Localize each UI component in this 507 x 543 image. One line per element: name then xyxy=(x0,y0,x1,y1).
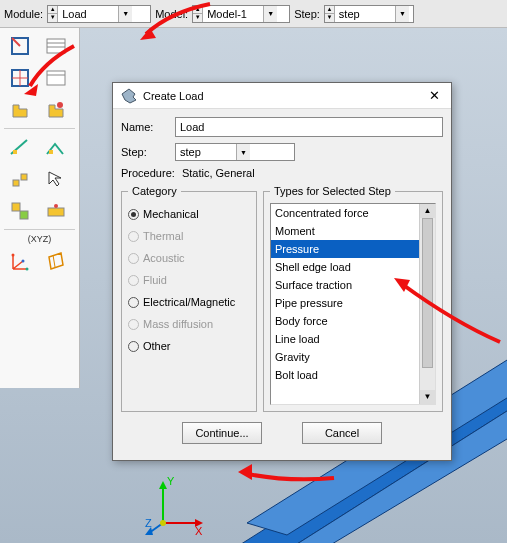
scroll-up-icon[interactable]: ▲ xyxy=(420,204,435,218)
module-combo[interactable]: ▲▼ Load ▼ xyxy=(47,5,151,23)
tool-amplitude-icon[interactable] xyxy=(4,133,36,161)
svg-rect-16 xyxy=(12,203,20,211)
step-label: Step: xyxy=(294,8,320,20)
category-legend: Category xyxy=(128,185,181,197)
cancel-button[interactable]: Cancel xyxy=(302,422,382,444)
tool-load-manager-icon[interactable] xyxy=(40,32,72,60)
separator xyxy=(4,229,75,230)
scroll-thumb[interactable] xyxy=(422,218,433,368)
tool-palette: (XYZ) xyxy=(0,28,80,388)
module-spinner[interactable]: ▲▼ xyxy=(48,6,58,22)
category-fieldset: Category MechanicalThermalAcousticFluidE… xyxy=(121,185,257,412)
dialog-title: Create Load xyxy=(143,90,425,102)
xyz-label: (XYZ) xyxy=(4,234,75,244)
category-radio-massdiffusion: Mass diffusion xyxy=(128,313,250,335)
category-radio-thermal: Thermal xyxy=(128,225,250,247)
dlg-step-dropdown-icon[interactable]: ▼ xyxy=(236,144,250,160)
tool-assembly-icon[interactable] xyxy=(4,197,36,225)
svg-rect-18 xyxy=(48,208,64,216)
types-legend: Types for Selected Step xyxy=(270,185,395,197)
dlg-step-combo[interactable]: step ▼ xyxy=(175,143,295,161)
type-item-bodyforce[interactable]: Body force xyxy=(271,312,419,330)
tool-datum-icon[interactable] xyxy=(4,248,36,276)
type-item-moment[interactable]: Moment xyxy=(271,222,419,240)
svg-point-11 xyxy=(57,102,63,108)
type-item-gravity[interactable]: Gravity xyxy=(271,348,419,366)
step-spinner[interactable]: ▲▼ xyxy=(325,6,335,22)
svg-rect-12 xyxy=(13,150,17,154)
category-radio-electricalmagnetic[interactable]: Electrical/Magnetic xyxy=(128,291,250,313)
procedure-value: Static, General xyxy=(182,167,255,179)
svg-text:X: X xyxy=(195,525,203,535)
type-item-surfacetraction[interactable]: Surface traction xyxy=(271,276,419,294)
svg-rect-17 xyxy=(20,211,28,219)
svg-text:Z: Z xyxy=(145,517,152,529)
svg-rect-13 xyxy=(49,150,53,154)
dialog-titlebar[interactable]: Create Load ✕ xyxy=(113,83,451,109)
tool-amp2-icon[interactable] xyxy=(40,133,72,161)
tool-temp-icon[interactable] xyxy=(40,96,72,124)
axis-triad: Y X Z xyxy=(145,475,205,535)
tool-field-icon[interactable] xyxy=(4,96,36,124)
model-spinner[interactable]: ▲▼ xyxy=(193,6,203,22)
type-item-pressure[interactable]: Pressure xyxy=(271,240,419,258)
module-value: Load xyxy=(58,6,118,22)
continue-button[interactable]: Continue... xyxy=(182,422,262,444)
step-dropdown-icon[interactable]: ▼ xyxy=(395,6,409,22)
svg-text:Y: Y xyxy=(167,475,175,487)
types-scrollbar[interactable]: ▲ ▼ xyxy=(419,204,435,404)
svg-point-31 xyxy=(160,520,166,526)
model-dropdown-icon[interactable]: ▼ xyxy=(263,6,277,22)
create-load-dialog: Create Load ✕ Name: Step: step ▼ Procedu… xyxy=(112,82,452,461)
type-item-lineload[interactable]: Line load xyxy=(271,330,419,348)
svg-rect-15 xyxy=(21,174,27,180)
svg-point-19 xyxy=(54,204,58,208)
category-radio-fluid: Fluid xyxy=(128,269,250,291)
type-item-shelledgeload[interactable]: Shell edge load xyxy=(271,258,419,276)
category-radio-mechanical[interactable]: Mechanical xyxy=(128,203,250,225)
module-label: Module: xyxy=(4,8,43,20)
tool-plane-icon[interactable] xyxy=(40,248,72,276)
type-item-concentratedforce[interactable]: Concentrated force xyxy=(271,204,419,222)
svg-point-20 xyxy=(12,254,15,257)
tool-create-load-icon[interactable] xyxy=(4,32,36,60)
svg-rect-5 xyxy=(47,39,65,53)
svg-line-23 xyxy=(53,255,55,267)
type-item-boltload[interactable]: Bolt load xyxy=(271,366,419,384)
tool-bc-icon[interactable] xyxy=(4,64,36,92)
svg-rect-9 xyxy=(47,71,65,85)
category-radio-other[interactable]: Other xyxy=(128,335,250,357)
dlg-step-value: step xyxy=(176,144,236,160)
procedure-label: Procedure: xyxy=(121,167,175,179)
scroll-down-icon[interactable]: ▼ xyxy=(420,390,435,404)
svg-point-22 xyxy=(22,260,25,263)
svg-rect-14 xyxy=(13,180,19,186)
model-combo[interactable]: ▲▼ Model-1 ▼ xyxy=(192,5,290,23)
name-input[interactable] xyxy=(175,117,443,137)
step-value: step xyxy=(335,6,395,22)
type-item-pipepressure[interactable]: Pipe pressure xyxy=(271,294,419,312)
top-toolbar: Module: ▲▼ Load ▼ Model: ▲▼ Model-1 ▼ St… xyxy=(0,0,507,28)
category-radio-acoustic: Acoustic xyxy=(128,247,250,269)
tool-pick-icon[interactable] xyxy=(40,165,72,193)
types-listbox[interactable]: Concentrated forceMomentPressureShell ed… xyxy=(271,204,419,404)
tool-case-icon[interactable] xyxy=(4,165,36,193)
types-fieldset: Types for Selected Step Concentrated for… xyxy=(263,185,443,412)
separator xyxy=(4,128,75,129)
tool-set-icon[interactable] xyxy=(40,197,72,225)
name-label: Name: xyxy=(121,121,175,133)
module-dropdown-icon[interactable]: ▼ xyxy=(118,6,132,22)
close-button[interactable]: ✕ xyxy=(425,87,443,105)
model-label: Model: xyxy=(155,8,188,20)
svg-marker-24 xyxy=(122,89,136,103)
dlg-step-label: Step: xyxy=(121,146,175,158)
tool-bc-manager-icon[interactable] xyxy=(40,64,72,92)
svg-marker-26 xyxy=(159,481,167,489)
svg-point-21 xyxy=(26,268,29,271)
step-combo[interactable]: ▲▼ step ▼ xyxy=(324,5,414,23)
dialog-icon xyxy=(121,88,137,104)
model-value: Model-1 xyxy=(203,6,263,22)
